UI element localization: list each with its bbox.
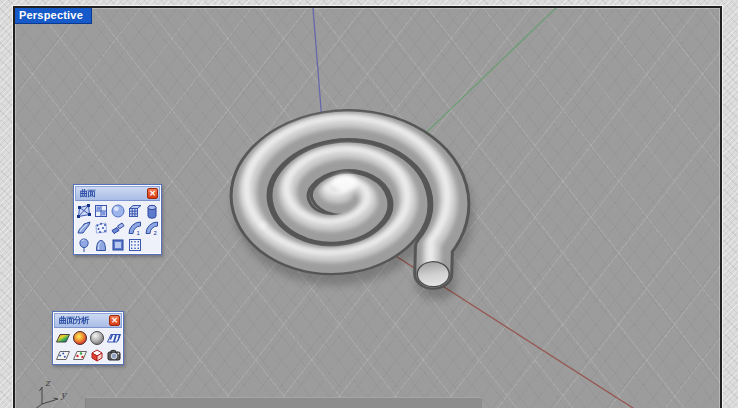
viewport-title[interactable]: Perspective <box>15 8 92 24</box>
sweep-2-rails-icon[interactable]: 2 <box>143 219 160 236</box>
sweep-1-rail-icon[interactable]: 1 <box>126 219 143 236</box>
surface-toolbar[interactable]: 曲面 ✕ 12 <box>73 184 162 255</box>
cutting-plane-icon[interactable] <box>109 236 126 253</box>
edge-analysis-icon[interactable] <box>88 346 105 363</box>
surface-analysis-toolbar[interactable]: 曲面分析 ✕ <box>52 311 124 365</box>
surface-toolbar-titlebar[interactable]: 曲面 ✕ <box>75 186 160 201</box>
surface-from-curve-network-icon[interactable] <box>126 202 143 219</box>
svg-text:1: 1 <box>136 229 140 235</box>
axis-indicator-z-label: z <box>45 378 51 388</box>
curvature-sphere-icon[interactable] <box>71 329 88 346</box>
loft-icon[interactable] <box>75 219 92 236</box>
specular-sparkle <box>260 222 266 228</box>
surface-analysis-toolbar-grid <box>54 329 122 363</box>
svg-text:2: 2 <box>153 229 157 235</box>
curvature-analysis-icon[interactable] <box>54 329 71 346</box>
surface-toolbar-grid: 12 <box>75 202 160 253</box>
sphere-icon[interactable] <box>109 202 126 219</box>
surface-toolbar-title: 曲面 <box>80 188 95 198</box>
bottom-scrollbar[interactable] <box>85 397 482 408</box>
rail-revolve-icon[interactable] <box>92 236 109 253</box>
close-icon[interactable]: ✕ <box>147 188 158 199</box>
zebra-analysis-icon[interactable] <box>105 329 122 346</box>
sweep-segments-icon[interactable] <box>109 219 126 236</box>
close-icon[interactable]: ✕ <box>109 315 120 326</box>
draft-angle-analysis-icon[interactable] <box>54 346 71 363</box>
deviation-analysis-icon[interactable] <box>71 346 88 363</box>
heightfield-icon[interactable] <box>126 236 143 253</box>
revolve-icon[interactable] <box>75 236 92 253</box>
axis-indicator-y-label: y <box>60 390 68 400</box>
surface-from-corner-points-icon[interactable] <box>75 202 92 219</box>
perspective-viewport[interactable]: Perspective z y 曲面 ✕ 12 曲面分析 ✕ <box>13 6 722 408</box>
axis-indicator: z y <box>28 374 80 408</box>
extrude-cylinder-icon[interactable] <box>143 202 160 219</box>
environment-map-icon[interactable] <box>88 329 105 346</box>
surface-analysis-toolbar-title: 曲面分析 <box>59 315 88 325</box>
surface-from-edge-curves-icon[interactable] <box>92 202 109 219</box>
snapshot-camera-icon[interactable] <box>105 346 122 363</box>
patch-from-points-icon[interactable] <box>92 219 109 236</box>
specular-highlight <box>332 174 358 192</box>
surface-analysis-toolbar-titlebar[interactable]: 曲面分析 ✕ <box>54 313 122 328</box>
spiral-coil-object[interactable] <box>215 87 507 319</box>
